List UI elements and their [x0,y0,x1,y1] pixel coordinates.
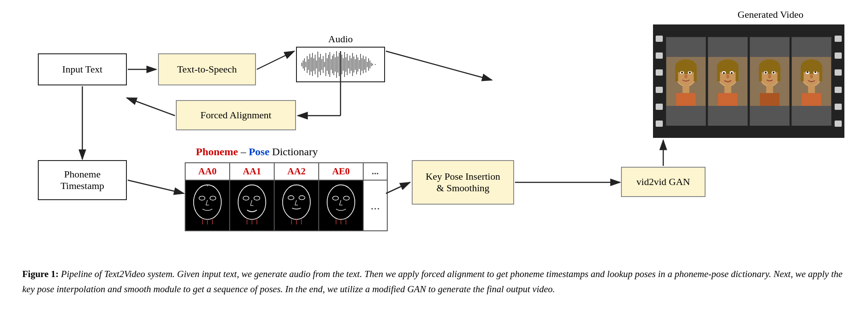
svg-rect-4 [675,67,678,81]
svg-rect-25 [718,93,738,106]
svg-line-156 [127,98,175,116]
svg-rect-44 [819,67,823,81]
svg-point-46 [807,71,808,72]
tts-label: Text-to-Speech [177,64,237,75]
film-hole [835,87,842,93]
phoneme-label: Phoneme [196,146,238,157]
svg-rect-18 [736,67,739,81]
input-text-box: Input Text [38,53,127,85]
svg-point-36 [768,74,771,78]
phoneme-timestamp-box: Phoneme Timestamp [38,160,127,200]
svg-point-23 [726,74,730,78]
film-hole [835,52,842,59]
film-hole [835,36,842,42]
svg-point-29 [759,59,780,74]
generated-video-title: Generated Video [738,9,803,20]
film-hole [835,104,842,110]
film-frame-4 [791,37,831,126]
film-frame-3 [750,37,790,126]
svg-rect-5 [694,67,697,81]
svg-point-33 [765,72,767,73]
svg-point-10 [685,74,688,78]
svg-point-22 [731,72,733,74]
dict-col-ae0: AE0 [319,163,363,180]
film-hole [835,121,842,127]
film-holes-right [833,26,843,137]
dict-col-dots: ... [363,163,387,180]
dict-cell-2 [230,180,274,231]
svg-point-3 [675,59,697,74]
film-hole [656,36,663,42]
svg-rect-17 [717,67,720,81]
vid2vid-label: vid2vid GAN [637,176,690,188]
forced-alignment-box: Forced Alignment [176,100,296,130]
film-hole [656,52,663,59]
film-frame-1 [666,37,706,126]
vid2vid-box: vid2vid GAN [621,167,706,197]
generated-video-label-text: Generated Video [738,9,803,20]
audio-section: Audio [296,33,385,82]
generated-video-filmstrip [653,24,844,138]
svg-rect-37 [766,85,773,93]
film-holes-left [654,26,664,137]
svg-rect-51 [802,93,821,106]
caption-text: Pipeline of Text2Video system. Given inp… [22,269,843,294]
svg-rect-12 [676,93,696,106]
dict-cell-1 [185,180,230,231]
dict-col-aa0: AA0 [185,163,230,180]
dict-cell-dots: ... [363,180,387,231]
svg-point-9 [689,72,691,73]
waveform-box [296,47,385,82]
figure-caption: Figure 1: Pipeline of Text2Video system.… [22,267,846,297]
svg-point-20 [723,72,725,74]
film-hole [656,69,663,76]
svg-rect-50 [808,85,815,93]
svg-line-153 [386,51,492,80]
svg-line-158 [128,180,184,193]
svg-point-35 [773,72,775,73]
svg-rect-24 [724,85,731,93]
caption-label: Figure 1: [22,269,59,279]
svg-rect-30 [759,67,762,81]
audio-label: Audio [296,33,385,45]
diagram: Generated Video [11,9,857,258]
svg-point-49 [810,74,813,78]
svg-point-42 [801,59,822,74]
svg-point-7 [681,72,683,73]
svg-point-48 [815,71,816,72]
dictionary-label: Dictionary [269,146,318,157]
dict-cell-4 [319,180,363,231]
film-hole [835,69,842,76]
svg-rect-31 [778,67,781,81]
dict-col-aa1: AA1 [230,163,274,180]
forced-alignment-label: Forced Alignment [200,109,271,121]
svg-rect-38 [760,93,779,106]
dict-table: AA0 AA1 AA2 AE0 ... [185,162,388,231]
svg-rect-11 [682,85,689,93]
svg-line-152 [257,51,294,69]
key-pose-box: Key Pose Insertion & Smoothing [412,160,514,205]
phoneme-pose-dict-label: Phoneme – Pose Dictionary [196,146,318,158]
film-hole [656,87,663,93]
phoneme-timestamp-label: Phoneme Timestamp [61,169,104,192]
waveform-svg [298,49,383,80]
tts-box: Text-to-Speech [158,53,256,85]
dict-col-aa2: AA2 [274,163,319,180]
pose-label: Pose [249,146,270,157]
film-frame-2 [708,37,748,126]
svg-point-16 [717,59,738,74]
film-hole [656,104,663,110]
film-hole [656,121,663,127]
film-frames [664,26,833,137]
dict-cell-3 [274,180,319,231]
dash-label: – [238,146,249,157]
svg-line-159 [386,182,410,193]
svg-rect-43 [801,67,804,81]
key-pose-label: Key Pose Insertion & Smoothing [426,171,500,194]
input-text-label: Input Text [62,64,102,75]
